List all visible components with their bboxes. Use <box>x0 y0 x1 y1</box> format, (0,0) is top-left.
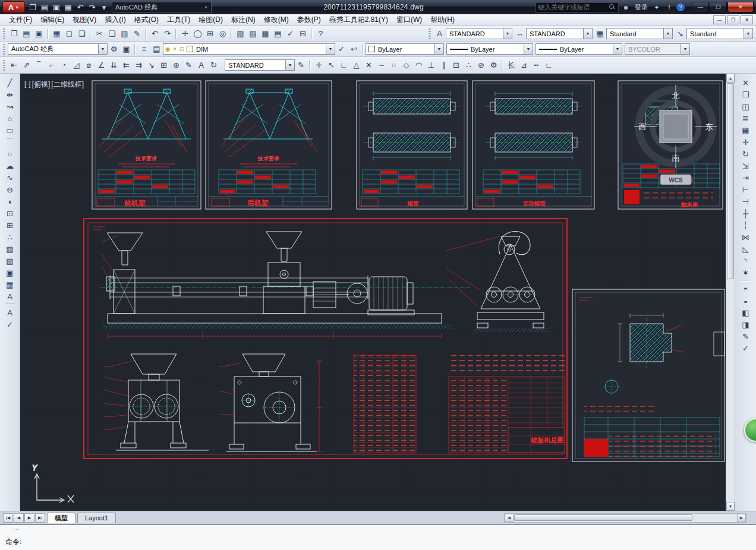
chevron-down-icon[interactable]: ▼ <box>613 44 622 54</box>
viewport-view-control[interactable]: [俯视] <box>32 80 51 90</box>
chevron-down-icon[interactable]: ▼ <box>98 44 107 54</box>
mtext-icon[interactable]: A <box>4 290 16 302</box>
tab-model[interactable]: 模型 <box>47 513 75 523</box>
color-control-combo[interactable]: ByLayer▼ <box>366 43 444 55</box>
designcenter-icon[interactable]: ▨ <box>247 27 259 40</box>
properties-icon[interactable]: ▧ <box>234 27 247 40</box>
qnew-icon[interactable]: ❐ <box>8 27 20 40</box>
toolbar-grip[interactable] <box>3 29 5 39</box>
dim-angular-icon[interactable]: ∠ <box>95 59 108 71</box>
scale-icon[interactable]: ⇲ <box>739 160 752 172</box>
layer-control-combo[interactable]: ◉☀⊡ DIM ▼ <box>163 43 335 55</box>
hatch-icon[interactable]: ▨ <box>4 243 16 255</box>
revision-cloud-icon[interactable]: ☁ <box>4 160 16 172</box>
mdi-close-button[interactable]: ✕ <box>741 15 753 24</box>
copy-icon[interactable]: ❒ <box>739 88 752 100</box>
dim-aligned-icon[interactable]: ⇗ <box>20 59 33 71</box>
layer-previous-icon[interactable]: ↩ <box>348 43 360 55</box>
layer-properties-icon[interactable]: ≡ <box>138 43 150 55</box>
signin-avatar-icon[interactable]: ☻ <box>620 2 631 12</box>
draworder-above-icon[interactable]: ◧ <box>739 306 752 318</box>
chevron-down-icon[interactable]: ▼ <box>326 44 335 54</box>
ortho-mode-icon[interactable]: ∟ <box>543 59 555 71</box>
alert-icon[interactable]: ! <box>664 2 675 12</box>
chevron-down-icon[interactable]: ▼ <box>285 60 294 70</box>
snap-insert-icon[interactable]: ⊡ <box>450 59 462 71</box>
draworder-front-icon[interactable]: ◓ <box>739 283 752 295</box>
dim-linear-icon[interactable]: ⇤ <box>8 59 20 71</box>
quick-leader-icon[interactable]: ↘ <box>145 59 158 71</box>
dim-style-combo[interactable]: STANDARD▼ <box>225 59 295 71</box>
tab-prev-button[interactable]: ◀ <box>14 513 24 523</box>
quickcalc-icon[interactable]: ⊟ <box>297 27 309 40</box>
spline-icon[interactable]: ∿ <box>4 172 16 184</box>
snap-midpoint-icon[interactable]: △ <box>350 59 363 71</box>
toolbar-grip[interactable] <box>3 44 5 55</box>
app-menu-button[interactable]: A▼ <box>2 1 25 13</box>
menu-item[interactable]: 标注(N) <box>227 14 260 26</box>
dim-continue-icon[interactable]: ⇉ <box>133 59 145 71</box>
menu-item[interactable]: 窗口(W) <box>392 14 426 26</box>
toolbar-grip[interactable] <box>429 29 431 39</box>
drawing-sheet-moving-roller[interactable]: 活动辊筒 <box>472 81 594 209</box>
vertical-scroll-thumb[interactable] <box>727 83 734 279</box>
open-icon[interactable]: ▤ <box>20 27 33 40</box>
command-window-grip[interactable]: ⋯ <box>13 526 20 533</box>
separator[interactable] <box>231 29 232 39</box>
scroll-left-icon[interactable]: ◀ <box>505 514 514 522</box>
fillet-icon[interactable]: ◝ <box>739 255 752 267</box>
qat-redo-icon[interactable]: ↷ <box>86 1 98 14</box>
search-input[interactable] <box>538 4 608 11</box>
menu-item[interactable]: 插入(I) <box>100 14 130 26</box>
dim-text-edit-icon[interactable]: A <box>195 59 207 71</box>
dim-edit-icon[interactable]: ✎ <box>182 59 195 71</box>
table-icon[interactable]: ▦ <box>4 279 16 290</box>
sheetset-manager-icon[interactable]: ▤ <box>272 27 284 40</box>
explode-icon[interactable]: ✶ <box>739 267 752 279</box>
layer-states-icon[interactable]: ▤ <box>150 43 163 55</box>
paste-icon[interactable]: ▥ <box>118 27 131 40</box>
center-mark-icon[interactable]: ⊕ <box>170 59 182 71</box>
snap-none-icon[interactable]: ⊘ <box>475 59 487 71</box>
copy-clip-icon[interactable]: ❑ <box>106 27 118 40</box>
viewport-minimize-control[interactable]: [-] <box>24 80 31 90</box>
minimize-button[interactable]: — <box>692 2 709 12</box>
chevron-down-icon[interactable]: ▼ <box>503 29 512 39</box>
toolbar-grip[interactable] <box>3 60 5 71</box>
infocenter-search[interactable] <box>536 2 619 12</box>
close-button[interactable]: ✕ <box>727 2 754 12</box>
menu-item[interactable]: 参数(P) <box>293 14 325 26</box>
snap-quadrant-icon[interactable]: ◇ <box>400 59 412 71</box>
workspace-combo[interactable]: AutoCAD 经典▼ <box>8 43 108 55</box>
scroll-down-icon[interactable]: ▼ <box>726 502 735 511</box>
zoom-previous-icon[interactable]: ◎ <box>216 27 229 40</box>
circle-icon[interactable]: ○ <box>4 148 16 160</box>
dim-radius-icon[interactable]: ◔ <box>58 59 70 71</box>
array-icon[interactable]: ▦ <box>739 124 752 136</box>
break-at-point-icon[interactable]: ┼ <box>739 207 752 219</box>
menu-item[interactable]: 燕秀工具箱2.81(Y) <box>325 14 392 26</box>
table-style-control[interactable]: ▦ Standard▼ <box>594 27 673 40</box>
temporary-track-icon[interactable]: ✛ <box>313 59 325 71</box>
separator[interactable] <box>362 44 364 55</box>
snap-intersection-icon[interactable]: ✕ <box>363 59 375 71</box>
undo-icon[interactable]: ↶ <box>149 27 161 40</box>
ducs-icon[interactable]: ⊿ <box>518 59 530 71</box>
polyline-icon[interactable]: ↝ <box>4 100 16 112</box>
dim-diameter-icon[interactable]: ⌀ <box>83 59 95 71</box>
qat-plot-icon[interactable]: ▦ <box>62 1 74 14</box>
region-icon[interactable]: ▣ <box>4 267 16 279</box>
lineweight-control-combo[interactable]: ByLayer▼ <box>536 43 622 55</box>
dim-ordinate-icon[interactable]: ⌐ <box>45 59 58 71</box>
draworder-back-icon[interactable]: ◒ <box>739 295 752 306</box>
separator[interactable] <box>5 304 15 305</box>
drawing-sheet-front-frame[interactable]: 技术要求 前机架 <box>92 81 201 209</box>
menu-item[interactable]: 文件(F) <box>5 14 36 26</box>
workspace-settings-icon[interactable]: ⚙ <box>108 43 120 55</box>
command-prompt[interactable]: 命令: <box>5 537 21 547</box>
tab-next-button[interactable]: ▶ <box>24 513 34 523</box>
offset-icon[interactable]: ≣ <box>739 112 752 124</box>
menu-item[interactable]: 视图(V) <box>68 14 100 26</box>
snap-extension-icon[interactable]: ∼ <box>375 59 388 71</box>
move-icon[interactable]: ✛ <box>739 136 752 148</box>
